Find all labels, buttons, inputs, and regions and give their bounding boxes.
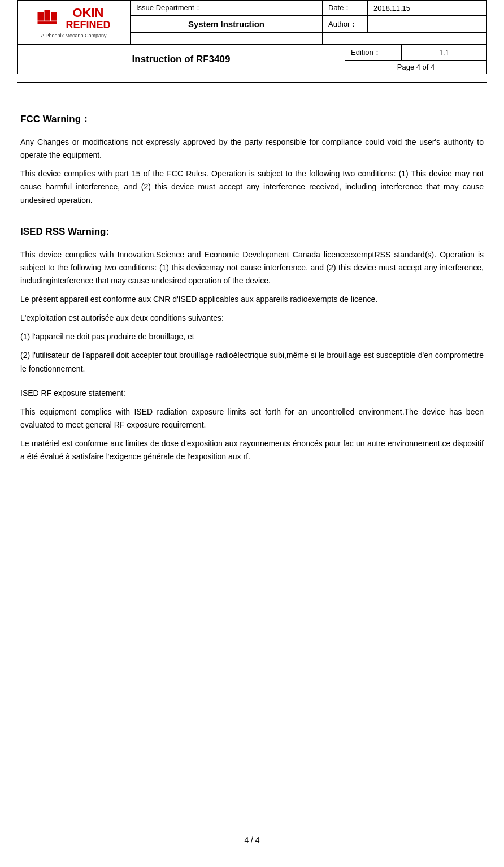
page-container: OKIN REFINED A Phoenix Mecano Company Is… — [0, 0, 504, 867]
issue-dept-label: Issue Department： — [131, 1, 323, 16]
fcc-paragraph-2: This device complies with part 15 of the… — [20, 167, 484, 206]
ised-section: ISED RSS Warning: This device complies w… — [20, 224, 484, 376]
fcc-title: FCC Warning： — [20, 111, 484, 127]
ised-rf-paragraph-2: Le matériel est conforme aux limites de … — [20, 437, 484, 463]
bottom-header-table: Instruction of RF3409 Edition： 1.1 Page … — [17, 45, 487, 74]
logo-mark: OKIN REFINED — [37, 6, 110, 31]
ised-paragraph-1: This device complies with Innovation,Sci… — [20, 248, 484, 287]
date-label: Date： — [323, 1, 368, 16]
content-area: FCC Warning： Any Changes or modification… — [17, 100, 487, 469]
okin-logo-icon — [37, 8, 62, 28]
svg-rect-0 — [38, 12, 44, 21]
ised-paragraph-5: (2) l'utilisateur de l'appareil doit acc… — [20, 349, 484, 375]
fcc-paragraph-1: Any Changes or modifications not express… — [20, 136, 484, 162]
page-label: Page 4 of 4 — [345, 61, 487, 74]
empty-cell-2 — [323, 33, 487, 45]
doc-title: System Instruction — [131, 16, 323, 33]
instruction-main-title: Instruction of RF3409 — [18, 45, 345, 74]
ised-paragraph-4: (1) l'appareil ne doit pas produire de b… — [20, 330, 484, 343]
svg-rect-3 — [38, 21, 58, 24]
footer-page-label: 4 / 4 — [244, 835, 259, 844]
fcc-section: FCC Warning： Any Changes or modification… — [20, 111, 484, 207]
svg-rect-1 — [45, 10, 51, 21]
edition-value: 1.1 — [402, 45, 487, 61]
ised-title: ISED RSS Warning: — [20, 224, 484, 239]
ised-rf-paragraph-1: This equipment complies with ISED radiat… — [20, 406, 484, 432]
ised-paragraph-2: Le présent appareil est conforme aux CNR… — [20, 293, 484, 306]
ised-rf-title: ISED RF exposure statement: — [20, 387, 484, 400]
page-footer: 4 / 4 — [17, 813, 487, 844]
logo-tagline: A Phoenix Mecano Company — [41, 33, 106, 38]
ised-rf-section: ISED RF exposure statement: This equipme… — [20, 387, 484, 463]
ised-paragraph-3: L'exploitation est autorisée aux deux co… — [20, 312, 484, 325]
author-label: Author： — [323, 16, 368, 33]
author-value — [368, 16, 487, 33]
logo-cell: OKIN REFINED A Phoenix Mecano Company — [18, 1, 131, 45]
date-value: 2018.11.15 — [368, 1, 487, 16]
logo-container: OKIN REFINED A Phoenix Mecano Company — [23, 6, 124, 39]
edition-label: Edition： — [345, 45, 402, 61]
empty-cell-1 — [131, 33, 323, 45]
logo-okin: OKIN — [66, 6, 110, 20]
separator-line — [17, 82, 487, 83]
header-table: OKIN REFINED A Phoenix Mecano Company Is… — [17, 0, 487, 45]
logo-text-block: OKIN REFINED — [66, 6, 110, 31]
logo-refined: REFINED — [66, 20, 110, 31]
svg-rect-2 — [51, 12, 58, 21]
